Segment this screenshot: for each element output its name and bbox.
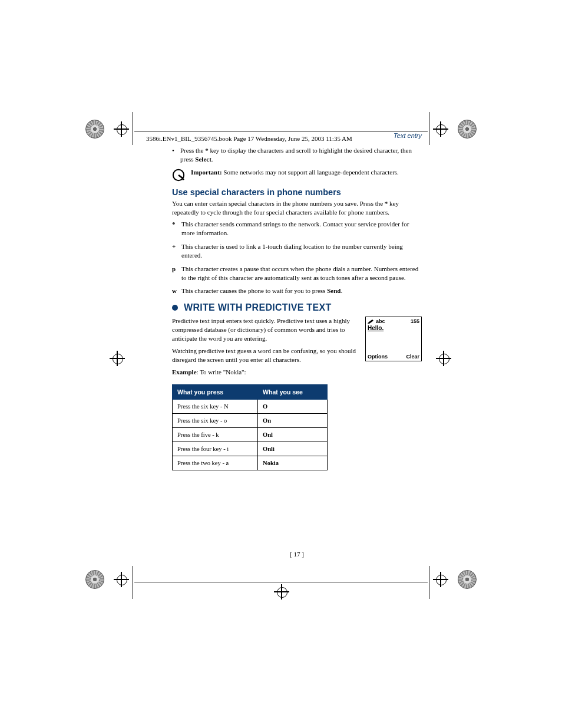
crop-mid-left [110, 351, 125, 366]
crosshair-icon [110, 351, 125, 366]
predictive-columns: Predictive text input enters text quickl… [172, 317, 422, 380]
registration-medallion [458, 120, 477, 139]
cell-see: O [258, 400, 328, 414]
table-row: Press the two key - aNokia [173, 456, 328, 470]
page-number: [ 17 ] [172, 551, 422, 558]
crop-top-right [433, 120, 477, 139]
col-what-you-see: What you see [258, 385, 328, 400]
bottom-guideline [134, 582, 428, 582]
top-guideline [134, 131, 428, 131]
crop-vline-tr [429, 112, 429, 145]
bullet-icon: • [172, 146, 180, 164]
cell-see: Onli [258, 442, 328, 456]
predictive-p2: Watching predictive text guess a word ca… [172, 347, 358, 364]
predictive-text-col: Predictive text input enters text quickl… [172, 317, 358, 380]
crop-mid-right [436, 351, 451, 366]
cell-press: Press the two key - a [173, 456, 258, 470]
crop-bottom-center [274, 584, 289, 599]
heading-predictive-row: WRITE WITH PREDICTIVE TEXT [172, 302, 422, 313]
crosshair-icon [433, 572, 448, 587]
cell-see: Nokia [258, 456, 328, 470]
col-what-you-press: What you press [173, 385, 258, 400]
table-row: Press the five - kOnl [173, 428, 328, 442]
crop-top-left [85, 120, 129, 139]
special-item-p: p This character creates a pause that oc… [172, 265, 422, 282]
phone-screen-statusbar: abc 155 [368, 318, 419, 324]
special-item-star: * This character sends command strings t… [172, 220, 422, 238]
bullet-text: Press the * key to display the character… [180, 146, 422, 164]
crop-bottom-left [85, 570, 129, 589]
phone-screen-illustration: abc 155 Hello. Options Clear [365, 317, 422, 361]
cell-press: Press the six key - o [173, 414, 258, 428]
predictive-table: What you press What you see Press the si… [172, 384, 328, 470]
section-header: Text entry [172, 132, 422, 139]
crop-vline-br [429, 566, 429, 599]
phone-screen-softkeys: Options Clear [368, 354, 419, 360]
softkey-right: Clear [406, 354, 419, 360]
section-bullet-icon [172, 305, 178, 311]
char-count: 155 [411, 318, 419, 324]
special-item-plus: + This character is used to link a 1-tou… [172, 242, 422, 260]
crosshair-icon [433, 121, 448, 137]
heading-special-characters: Use special characters in phone numbers [172, 187, 422, 197]
crosshair-icon [114, 121, 129, 137]
special-item-w: w This character causes the phone to wai… [172, 286, 422, 295]
special-intro: You can enter certain special characters… [172, 199, 422, 217]
cell-press: Press the four key - i [173, 442, 258, 456]
important-icon [172, 169, 185, 182]
table-row: Press the six key - NO [173, 400, 328, 414]
table-row: Press the six key - oOn [173, 414, 328, 428]
heading-predictive: WRITE WITH PREDICTIVE TEXT [184, 302, 331, 313]
registration-medallion [458, 570, 477, 589]
registration-medallion [85, 570, 104, 589]
table-header-row: What you press What you see [173, 385, 328, 400]
cell-press: Press the six key - N [173, 400, 258, 414]
predictive-p1: Predictive text input enters text quickl… [172, 317, 358, 343]
crop-vline-tl [133, 112, 133, 145]
predictive-example: Example: To write "Nokia": [172, 368, 358, 377]
crosshair-icon [114, 572, 129, 587]
registration-medallion [85, 120, 104, 139]
crosshair-icon [436, 351, 451, 366]
cell-see: On [258, 414, 328, 428]
table-row: Press the four key - iOnli [173, 442, 328, 456]
cell-press: Press the five - k [173, 428, 258, 442]
crop-bottom-right [433, 570, 477, 589]
important-note: Important: Some networks may not support… [172, 169, 422, 182]
cell-see: Onl [258, 428, 328, 442]
page-content: Text entry • Press the * key to display … [172, 132, 422, 470]
crop-vline-bl [133, 566, 133, 599]
bullet-star-key: • Press the * key to display the charact… [172, 146, 422, 164]
pencil-icon: abc [368, 318, 385, 324]
important-text: Important: Some networks may not support… [191, 169, 399, 176]
phone-screen-word: Hello. [368, 325, 419, 331]
softkey-left: Options [368, 354, 388, 360]
crosshair-icon [274, 584, 289, 599]
